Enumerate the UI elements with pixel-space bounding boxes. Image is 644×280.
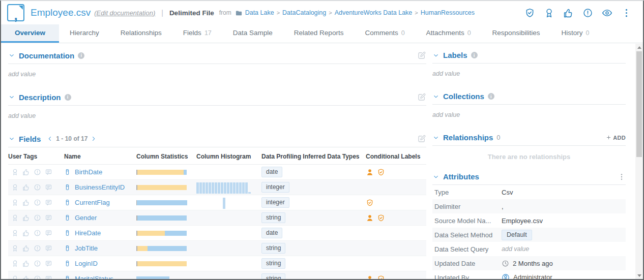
field-name-link[interactable]: JobTitle	[75, 244, 98, 252]
thumbs-up-button[interactable]	[22, 199, 30, 206]
tab-attachments[interactable]: Attachments0	[416, 24, 482, 43]
field-name-link[interactable]: BirthDate	[75, 168, 102, 176]
page-info: 1 - 10 of 17	[56, 135, 87, 142]
tab-responsibilities[interactable]: Responsibilities	[482, 24, 551, 43]
thumbs-up-button[interactable]	[22, 168, 30, 176]
collections-add-value[interactable]: add value	[432, 111, 626, 118]
chevron-down-icon[interactable]	[8, 135, 15, 142]
field-name-link[interactable]: HireDate	[75, 229, 101, 237]
tab-hierarchy[interactable]: Hierarchy	[59, 24, 110, 43]
attribute-value[interactable]: add value	[502, 245, 626, 253]
field-name-link[interactable]: BusinessEntityID	[75, 183, 125, 191]
thumbs-up-button[interactable]	[563, 8, 574, 18]
award-button[interactable]	[11, 275, 19, 279]
col-header-user-tags: User Tags	[8, 153, 64, 160]
thumbs-up-button[interactable]	[22, 229, 30, 237]
attribute-row: Updated Date2 Months ago	[432, 256, 626, 270]
thumbs-up-button[interactable]	[22, 244, 30, 252]
chevron-down-icon[interactable]	[8, 52, 15, 59]
vertical-scrollbar[interactable]	[635, 44, 643, 279]
scroll-up-arrow[interactable]	[635, 44, 643, 51]
field-name-link[interactable]: CurrentFlag	[75, 199, 110, 206]
award-button[interactable]	[11, 244, 19, 252]
labels-add-value[interactable]: add value	[432, 70, 626, 77]
tab-fields[interactable]: Fields17	[172, 24, 222, 43]
tab-data-sample[interactable]: Data Sample	[222, 24, 283, 43]
kebab-icon	[618, 173, 626, 181]
scroll-down-arrow[interactable]	[635, 272, 643, 279]
kebab-button[interactable]	[621, 8, 632, 18]
tab-related-reports[interactable]: Related Reports	[283, 24, 355, 43]
comment-button[interactable]	[45, 214, 52, 222]
alert-circle-button[interactable]	[34, 275, 41, 279]
chevron-down-icon[interactable]	[432, 52, 440, 59]
thumbs-up-button[interactable]	[22, 275, 30, 279]
award-button[interactable]	[11, 229, 19, 237]
description-add-value[interactable]: add value	[8, 112, 426, 119]
column-icon	[64, 199, 71, 206]
thumbs-up-icon	[22, 168, 30, 176]
chevron-down-icon[interactable]	[432, 134, 440, 141]
tab-count: 0	[467, 29, 471, 37]
alert-circle-button[interactable]	[34, 229, 41, 237]
shield-check-icon	[377, 168, 385, 176]
shield-check-button[interactable]	[524, 8, 535, 18]
breadcrumb-link[interactable]: AdventureWorks Data Lake	[335, 9, 413, 16]
chevron-down-icon	[432, 173, 440, 180]
thumbs-up-button[interactable]	[22, 183, 30, 191]
add-relationship-button[interactable]: ADD	[606, 135, 626, 141]
comment-button[interactable]	[45, 244, 52, 252]
thumbs-up-button[interactable]	[22, 260, 30, 267]
comment-button[interactable]	[45, 229, 52, 237]
award-button[interactable]	[11, 214, 19, 222]
tab-history[interactable]: History0	[550, 24, 600, 43]
edit-icon[interactable]	[417, 134, 426, 143]
edit-icon[interactable]	[417, 51, 426, 60]
award-button[interactable]	[11, 199, 19, 206]
tab-overview[interactable]: Overview	[1, 24, 59, 43]
chevron-down-icon[interactable]	[432, 173, 440, 180]
kebab-icon[interactable]	[618, 173, 626, 181]
comment-button[interactable]	[45, 183, 52, 191]
field-name-link[interactable]: LoginID	[75, 260, 98, 267]
award-button[interactable]	[544, 8, 554, 18]
alert-circle-button[interactable]	[34, 183, 41, 191]
comment-button[interactable]	[45, 275, 52, 279]
tab-relationships[interactable]: Relationships	[110, 24, 172, 43]
alert-circle-button[interactable]	[34, 168, 41, 176]
alert-circle-button[interactable]	[34, 244, 41, 252]
updated-by-user-link[interactable]: Administrator	[513, 273, 552, 279]
breadcrumb-link[interactable]: Data Lake	[245, 9, 274, 16]
plus-icon	[606, 135, 611, 140]
chevron-down-icon[interactable]	[8, 94, 15, 101]
breadcrumb-link[interactable]: DataCataloging	[282, 9, 326, 16]
award-button[interactable]	[11, 260, 19, 267]
comment-button[interactable]	[45, 199, 52, 206]
breadcrumb-link[interactable]: HumanRessources	[421, 9, 475, 16]
comment-icon	[45, 275, 52, 279]
asset-type-label: Delimited File	[169, 9, 214, 17]
alert-circle-button[interactable]	[34, 199, 41, 206]
alert-circle-button[interactable]	[34, 260, 41, 267]
documentation-add-value[interactable]: add value	[8, 71, 426, 78]
alert-circle-button[interactable]	[582, 8, 593, 18]
scrollbar-thumb[interactable]	[636, 51, 642, 157]
award-button[interactable]	[11, 168, 19, 176]
person-icon	[366, 275, 374, 279]
edit-documentation-link[interactable]: (Edit documentation)	[94, 9, 155, 17]
field-name-link[interactable]: Gender	[75, 214, 97, 222]
comment-button[interactable]	[45, 168, 52, 176]
eye-button[interactable]	[602, 8, 612, 18]
chevron-right-icon	[90, 135, 97, 142]
comment-button[interactable]	[45, 260, 52, 267]
folder-icon	[235, 9, 243, 17]
thumbs-up-button[interactable]	[22, 214, 30, 222]
chevron-right-icon[interactable]	[90, 135, 97, 142]
tab-comments[interactable]: Comments0	[354, 24, 415, 43]
award-button[interactable]	[11, 183, 19, 191]
edit-icon[interactable]	[417, 92, 426, 102]
chevron-down-icon[interactable]	[432, 93, 440, 100]
chevron-left-icon[interactable]	[46, 135, 53, 142]
alert-circle-button[interactable]	[34, 214, 41, 222]
field-name-link[interactable]: MaritalStatus	[75, 275, 113, 279]
